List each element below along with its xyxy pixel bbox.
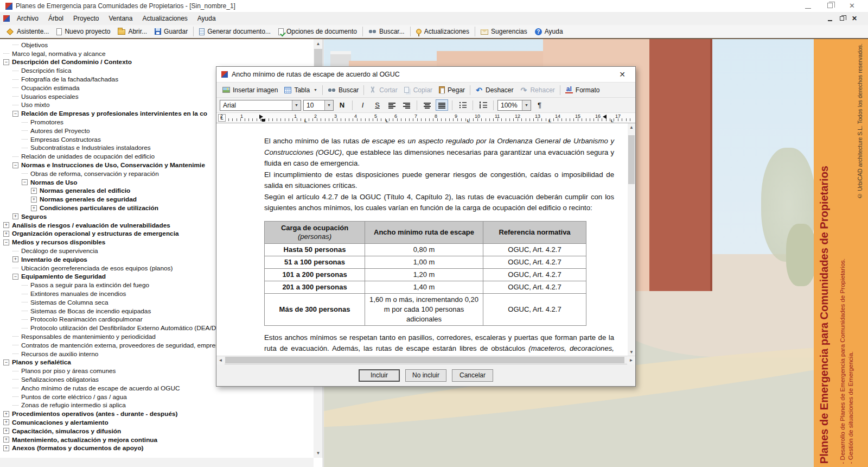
underline-button[interactable]: S bbox=[371, 99, 384, 111]
tree-item[interactable]: +Comunicaciones y alertamiento bbox=[0, 418, 314, 427]
tree-item[interactable]: +Capacitación, simulacros y difusión bbox=[0, 427, 314, 436]
menu-item-actualizaciones[interactable]: Actualizaciones bbox=[137, 12, 192, 24]
tree-item[interactable]: +Mantenimiento, actualización y mejora c… bbox=[0, 436, 314, 444]
dialog-toolbar-button-formato[interactable]: alFormato bbox=[562, 85, 603, 95]
tree-item[interactable]: +Procedimientos operativos (antes - dura… bbox=[0, 409, 314, 418]
tree-expander-icon[interactable]: + bbox=[12, 213, 18, 219]
editor-horizontal-scrollbar[interactable]: ◄ ► bbox=[216, 356, 635, 364]
close-button[interactable]: ✕ bbox=[849, 3, 855, 9]
zoom-select[interactable]: 100% ▼ bbox=[497, 100, 531, 111]
tree-expander-icon[interactable]: − bbox=[3, 359, 9, 365]
tree-expander-icon[interactable]: + bbox=[3, 222, 9, 228]
menu-item-ventana[interactable]: Ventana bbox=[104, 12, 137, 24]
tree-expander-icon[interactable]: − bbox=[3, 59, 9, 65]
dialog-close-icon[interactable]: ✕ bbox=[614, 70, 630, 79]
align-left-button[interactable] bbox=[386, 99, 398, 111]
toolbar-button-abrir-[interactable]: Abrir... bbox=[114, 27, 151, 36]
font-family-select[interactable]: Arial ▼ bbox=[220, 100, 301, 111]
editor-content[interactable]: El ancho mínimo de las rutas de escape e… bbox=[216, 123, 628, 356]
toolbar-button-generar-documento-[interactable]: Generar documento... bbox=[195, 27, 275, 36]
tree-expander-icon[interactable]: − bbox=[12, 274, 18, 280]
tree-item[interactable]: +Anexos (formatos y documentos de apoyo) bbox=[0, 444, 314, 452]
menu-item-proyecto[interactable]: Proyecto bbox=[68, 12, 104, 24]
scrollbar-thumb[interactable] bbox=[628, 135, 635, 184]
first-line-indent-marker[interactable] bbox=[259, 115, 263, 119]
dialog-toolbar-button-pegar[interactable]: Pegar bbox=[436, 85, 468, 95]
incluir-button[interactable]: Incluir bbox=[359, 369, 400, 382]
mdi-minimize-button[interactable] bbox=[828, 20, 832, 21]
cancelar-button[interactable]: Cancelar bbox=[452, 369, 493, 382]
toolbar-button-asistente-[interactable]: Asistente... bbox=[2, 27, 53, 36]
tree-expander-icon[interactable]: + bbox=[3, 437, 9, 443]
bullet-list-button[interactable] bbox=[456, 99, 469, 111]
align-center-button[interactable] bbox=[421, 99, 433, 111]
right-indent-marker[interactable] bbox=[603, 115, 607, 119]
align-justify-button[interactable] bbox=[436, 99, 448, 111]
hanging-indent-marker[interactable] bbox=[261, 119, 265, 122]
chevron-down-icon[interactable]: ▼ bbox=[324, 100, 333, 110]
tree-expander-icon[interactable]: + bbox=[3, 231, 9, 237]
scrollbar-thumb[interactable] bbox=[225, 357, 624, 363]
toolbar-button-buscar-[interactable]: Buscar... bbox=[365, 27, 409, 36]
numbered-list-button[interactable] bbox=[477, 99, 489, 111]
dialog-toolbar-button-deshacer[interactable]: ↶Deshacer bbox=[472, 85, 516, 96]
tree-expander-icon[interactable]: + bbox=[3, 428, 9, 434]
dialog-toolbar-button-buscar[interactable]: Buscar bbox=[324, 85, 362, 95]
mdi-close-button[interactable]: ✕ bbox=[852, 15, 857, 22]
tree-expander-icon[interactable]: + bbox=[31, 205, 37, 211]
toolbar-button-actualizaciones[interactable]: Actualizaciones bbox=[412, 27, 473, 36]
dialog-toolbar-button-insertar-imagen[interactable]: Insertar imagen bbox=[219, 85, 281, 95]
tree-expander-icon[interactable]: − bbox=[12, 111, 18, 117]
scroll-up-arrow-icon[interactable]: ▲ bbox=[314, 39, 323, 48]
tab-stop-marker[interactable]: L bbox=[304, 118, 307, 123]
menu-item--rbol[interactable]: Árbol bbox=[43, 12, 68, 24]
tab-stop-marker[interactable]: L bbox=[548, 118, 551, 123]
toolbar-button-guardar[interactable]: Guardar bbox=[151, 27, 192, 36]
toolbar-button-sugerencias[interactable]: Sugerencias bbox=[477, 27, 531, 36]
scroll-up-arrow-icon[interactable]: ▲ bbox=[628, 123, 635, 131]
tree-expander-icon[interactable]: + bbox=[31, 188, 37, 194]
toolbar-button-ayuda[interactable]: ?Ayuda bbox=[531, 27, 567, 36]
scroll-right-arrow-icon[interactable]: ► bbox=[627, 356, 635, 364]
image-icon bbox=[222, 87, 230, 93]
tab-stop-marker[interactable]: L bbox=[386, 118, 388, 123]
tree-connector bbox=[12, 354, 18, 354]
mdi-restore-button[interactable] bbox=[840, 16, 844, 21]
tree-expander-icon[interactable]: + bbox=[31, 197, 37, 203]
tree-expander-icon[interactable]: + bbox=[3, 445, 9, 451]
tree-expander-icon[interactable]: − bbox=[3, 239, 9, 245]
tree-expander-icon[interactable]: + bbox=[3, 411, 9, 417]
editor-vertical-scrollbar[interactable]: ▲ ▼ bbox=[628, 123, 635, 356]
chevron-down-icon[interactable]: ▼ bbox=[314, 88, 317, 92]
font-size-select[interactable]: 10 ▼ bbox=[303, 100, 334, 111]
tree-item[interactable]: Zonas de refugio intermedio si aplica bbox=[0, 401, 314, 409]
menu-item-ayuda[interactable]: Ayuda bbox=[193, 12, 221, 24]
tree-item[interactable]: Marco legal, normativa y alcance bbox=[0, 49, 314, 58]
scroll-left-arrow-icon[interactable]: ◄ bbox=[216, 356, 225, 364]
toolbar-button-nuevo-proyecto[interactable]: Nuevo proyecto bbox=[53, 27, 114, 36]
tree-item[interactable]: −Descripción del Condominio / Contexto bbox=[0, 58, 314, 67]
tree-expander-icon[interactable]: + bbox=[12, 256, 18, 262]
scroll-down-arrow-icon[interactable]: ▼ bbox=[628, 348, 635, 356]
dialog-toolbar-button-tabla[interactable]: Tabla▼ bbox=[281, 85, 321, 95]
minimize-button[interactable] bbox=[805, 8, 811, 9]
no-incluir-button[interactable]: No incluir bbox=[405, 369, 446, 382]
chevron-down-icon[interactable]: ▼ bbox=[522, 100, 531, 110]
tree-item[interactable]: Puntos de corte eléctrico / gas / agua bbox=[0, 393, 314, 401]
chevron-down-icon[interactable]: ▼ bbox=[292, 100, 301, 110]
tree-expander-icon[interactable]: − bbox=[12, 162, 18, 168]
tree-expander-icon[interactable]: + bbox=[3, 419, 9, 425]
menu-item-archivo[interactable]: Archivo bbox=[12, 12, 43, 24]
tree-horizontal-scrollbar[interactable] bbox=[0, 458, 314, 467]
bold-button[interactable]: N bbox=[336, 99, 348, 111]
tree-item[interactable]: Objetivos bbox=[0, 41, 314, 49]
restore-button[interactable] bbox=[827, 3, 833, 8]
tree-expander-icon[interactable]: − bbox=[22, 179, 28, 185]
scroll-down-arrow-icon[interactable]: ▼ bbox=[314, 449, 323, 458]
italic-button[interactable]: I bbox=[356, 99, 369, 111]
tab-stop-marker[interactable]: L bbox=[467, 118, 470, 123]
align-right-button[interactable] bbox=[400, 99, 413, 111]
tab-stop-marker[interactable]: L bbox=[611, 118, 614, 123]
toolbar-button-opciones-de-documento[interactable]: Opciones de documento bbox=[275, 27, 361, 36]
pilcrow-button[interactable]: ¶ bbox=[533, 99, 546, 111]
